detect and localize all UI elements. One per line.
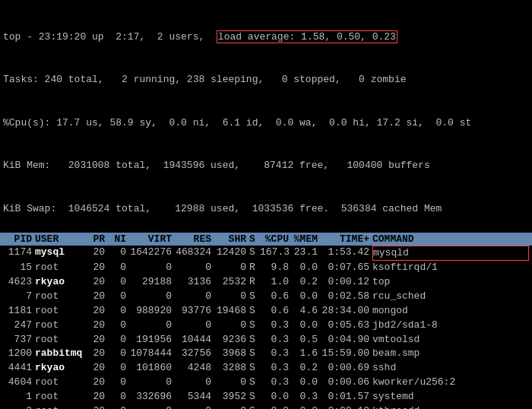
cell-virt: 29188 bbox=[129, 275, 175, 290]
cell-ni: 0 bbox=[108, 261, 129, 275]
cell-shr: 2532 bbox=[214, 275, 249, 290]
top-header: top - 23:19:20 up 2:17, 2 users, load av… bbox=[0, 0, 532, 233]
col-s: S bbox=[249, 233, 260, 245]
table-row: 1200 rabbitmq 20 0 1078444 32756 3968 S … bbox=[0, 347, 532, 361]
cell-pid: 15 bbox=[3, 261, 35, 275]
col-mem: %MEM bbox=[292, 233, 321, 245]
col-virt: VIRT bbox=[129, 233, 175, 245]
table-row: 2 root 20 0 0 0 0 S 0.0 0.0 0:00.10 kthr… bbox=[0, 404, 532, 409]
col-cpu: %CPU bbox=[260, 233, 292, 245]
cell-ni: 0 bbox=[108, 347, 129, 361]
header-line1: top - 23:19:20 up 2:17, 2 users, load av… bbox=[3, 30, 529, 45]
cell-res: 93776 bbox=[175, 304, 214, 319]
cell-cpu: 0.0 bbox=[260, 390, 292, 404]
cell-ni: 0 bbox=[108, 290, 129, 304]
cell-mem: 4.6 bbox=[292, 304, 321, 319]
cell-ni: 0 bbox=[108, 376, 129, 390]
cell-cmd: systemd bbox=[372, 390, 529, 404]
cell-pid: 737 bbox=[3, 333, 35, 347]
cell-res: 0 bbox=[175, 376, 214, 390]
table-row: 7 root 20 0 0 0 0 S 0.6 0.0 0:02.58 rcu_… bbox=[0, 290, 532, 304]
cell-virt: 1078444 bbox=[129, 347, 175, 361]
cell-user: rabbitmq bbox=[35, 347, 87, 361]
process-table-header: PID USER PR NI VIRT RES SHR S %CPU %MEM … bbox=[0, 233, 532, 246]
cell-cpu: 0.3 bbox=[260, 347, 292, 361]
cell-cmd: vmtoolsd bbox=[372, 333, 529, 347]
cell-pr: 20 bbox=[87, 290, 108, 304]
cell-res: 5344 bbox=[175, 390, 214, 404]
cell-virt: 191956 bbox=[129, 333, 175, 347]
cell-cpu: 0.3 bbox=[260, 319, 292, 333]
cell-res: 0 bbox=[175, 404, 214, 409]
cell-pid: 1174 bbox=[3, 246, 35, 262]
cell-shr: 3288 bbox=[214, 361, 249, 376]
cell-time: 28:34.00 bbox=[321, 304, 372, 319]
cell-pid: 1 bbox=[3, 390, 35, 404]
cell-s: S bbox=[249, 361, 260, 376]
col-user: USER bbox=[35, 233, 87, 245]
cell-pr: 20 bbox=[87, 275, 108, 290]
cell-cmd: mongod bbox=[372, 304, 529, 319]
cell-ni: 0 bbox=[108, 275, 129, 290]
cell-cmd: beam.smp bbox=[372, 347, 529, 361]
cell-mem: 0.0 bbox=[292, 376, 321, 390]
cell-virt: 0 bbox=[129, 261, 175, 275]
col-pr: PR bbox=[87, 233, 108, 245]
table-row: 15 root 20 0 0 0 0 R 9.8 0.0 0:07.65 kso… bbox=[0, 261, 532, 275]
cell-virt: 1642276 bbox=[129, 246, 175, 262]
cell-user: root bbox=[35, 319, 87, 333]
cell-pr: 20 bbox=[87, 261, 108, 275]
cell-s: R bbox=[249, 275, 260, 290]
cell-time: 0:02.58 bbox=[321, 290, 372, 304]
cell-user: root bbox=[35, 376, 87, 390]
cell-pr: 20 bbox=[87, 404, 108, 409]
process-table: 1174 mysql 20 0 1642276 468324 12420 S 1… bbox=[0, 246, 532, 410]
cell-cpu: 0.3 bbox=[260, 361, 292, 376]
cell-cpu: 0.3 bbox=[260, 333, 292, 347]
cell-time: 1:53.42 bbox=[321, 246, 372, 262]
cell-ni: 0 bbox=[108, 361, 129, 376]
table-row: 4441 rkyao 20 0 101860 4248 3288 S 0.3 0… bbox=[0, 361, 532, 376]
cell-user: root bbox=[35, 290, 87, 304]
header-line2: Tasks: 240 total, 2 running, 238 sleepin… bbox=[3, 73, 529, 87]
cell-cpu: 0.6 bbox=[260, 290, 292, 304]
cell-mem: 0.2 bbox=[292, 361, 321, 376]
cell-pr: 20 bbox=[87, 304, 108, 319]
cell-cmd: rcu_sched bbox=[372, 290, 529, 304]
cell-shr: 0 bbox=[214, 290, 249, 304]
cell-s: S bbox=[249, 404, 260, 409]
cell-res: 0 bbox=[175, 319, 214, 333]
cell-mem: 0.0 bbox=[292, 290, 321, 304]
col-shr: SHR bbox=[214, 233, 249, 245]
table-row: 1 root 20 0 332696 5344 3952 S 0.0 0.3 0… bbox=[0, 390, 532, 404]
cell-ni: 0 bbox=[108, 319, 129, 333]
cell-mem: 0.5 bbox=[292, 333, 321, 347]
cell-mem: 23.1 bbox=[292, 246, 321, 262]
cell-time: 15:59.00 bbox=[321, 347, 372, 361]
cell-virt: 0 bbox=[129, 319, 175, 333]
cell-cmd: ksoftirqd/1 bbox=[372, 261, 529, 275]
cell-cpu: 0.0 bbox=[260, 404, 292, 409]
cell-user: root bbox=[35, 390, 87, 404]
cell-time: 0:07.65 bbox=[321, 261, 372, 275]
cell-s: S bbox=[249, 347, 260, 361]
cell-time: 0:00.10 bbox=[321, 404, 372, 409]
cell-ni: 0 bbox=[108, 333, 129, 347]
cell-user: rkyao bbox=[35, 361, 87, 376]
col-command: COMMAND bbox=[372, 233, 529, 245]
table-row: 1174 mysql 20 0 1642276 468324 12420 S 1… bbox=[0, 246, 532, 262]
cell-mem: 0.0 bbox=[292, 261, 321, 275]
cell-ni: 0 bbox=[108, 304, 129, 319]
cell-pid: 247 bbox=[3, 319, 35, 333]
cell-pr: 20 bbox=[87, 333, 108, 347]
cell-mem: 1.6 bbox=[292, 347, 321, 361]
col-time: TIME+ bbox=[321, 233, 372, 245]
cell-pid: 4623 bbox=[3, 275, 35, 290]
cell-s: S bbox=[249, 246, 260, 262]
cell-shr: 0 bbox=[214, 319, 249, 333]
cell-mem: 0.0 bbox=[292, 319, 321, 333]
table-row: 1181 root 20 0 988920 93776 19468 S 0.6 … bbox=[0, 304, 532, 319]
cell-cmd: kworker/u256:2 bbox=[372, 376, 529, 390]
cell-ni: 0 bbox=[108, 390, 129, 404]
cell-res: 468324 bbox=[175, 246, 214, 262]
